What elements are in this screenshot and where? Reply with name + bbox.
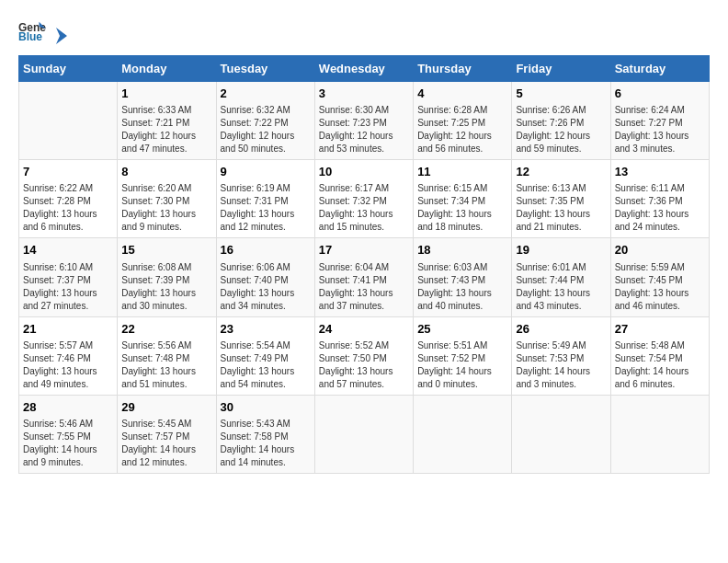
day-info: Sunrise: 5:51 AMSunset: 7:52 PMDaylight:… bbox=[417, 339, 507, 391]
calendar-week-row: 28Sunrise: 5:46 AMSunset: 7:55 PMDayligh… bbox=[19, 395, 710, 473]
calendar-cell: 11Sunrise: 6:15 AMSunset: 7:34 PMDayligh… bbox=[414, 160, 512, 238]
day-number: 9 bbox=[221, 164, 311, 180]
day-header-sunday: Sunday bbox=[19, 56, 118, 82]
day-number: 26 bbox=[516, 321, 606, 338]
svg-text:Blue: Blue bbox=[18, 30, 42, 43]
day-number: 10 bbox=[319, 164, 409, 180]
calendar-cell: 23Sunrise: 5:54 AMSunset: 7:49 PMDayligh… bbox=[216, 316, 314, 395]
calendar-cell: 20Sunrise: 5:59 AMSunset: 7:45 PMDayligh… bbox=[610, 238, 709, 316]
calendar-header-row: SundayMondayTuesdayWednesdayThursdayFrid… bbox=[19, 56, 710, 82]
calendar-cell: 6Sunrise: 6:24 AMSunset: 7:27 PMDaylight… bbox=[610, 82, 709, 160]
logo-arrow-icon bbox=[49, 26, 69, 46]
calendar-cell bbox=[512, 395, 610, 473]
calendar-cell bbox=[314, 395, 413, 473]
day-number: 24 bbox=[319, 321, 409, 338]
calendar-cell bbox=[414, 395, 512, 473]
day-number: 29 bbox=[121, 399, 211, 416]
day-info: Sunrise: 6:28 AMSunset: 7:25 PMDaylight:… bbox=[417, 104, 507, 155]
day-info: Sunrise: 5:52 AMSunset: 7:50 PMDaylight:… bbox=[319, 339, 409, 391]
day-number: 19 bbox=[516, 242, 606, 259]
day-number: 13 bbox=[615, 164, 705, 180]
day-info: Sunrise: 5:57 AMSunset: 7:46 PMDaylight:… bbox=[23, 339, 113, 391]
day-number: 3 bbox=[319, 86, 409, 102]
page-header: General Blue bbox=[18, 18, 710, 46]
day-info: Sunrise: 6:33 AMSunset: 7:21 PMDaylight:… bbox=[121, 104, 211, 155]
day-info: Sunrise: 6:22 AMSunset: 7:28 PMDaylight:… bbox=[23, 182, 113, 234]
day-number: 5 bbox=[516, 86, 606, 102]
day-number: 2 bbox=[221, 86, 311, 102]
calendar-table: SundayMondayTuesdayWednesdayThursdayFrid… bbox=[18, 55, 710, 474]
calendar-cell: 25Sunrise: 5:51 AMSunset: 7:52 PMDayligh… bbox=[414, 316, 512, 395]
calendar-cell: 28Sunrise: 5:46 AMSunset: 7:55 PMDayligh… bbox=[19, 395, 118, 473]
day-number: 7 bbox=[23, 164, 113, 180]
calendar-cell: 26Sunrise: 5:49 AMSunset: 7:53 PMDayligh… bbox=[512, 316, 610, 395]
day-number: 28 bbox=[23, 399, 113, 416]
day-info: Sunrise: 5:43 AMSunset: 7:58 PMDaylight:… bbox=[221, 418, 311, 469]
day-number: 4 bbox=[417, 86, 507, 102]
calendar-cell: 10Sunrise: 6:17 AMSunset: 7:32 PMDayligh… bbox=[314, 160, 413, 238]
calendar-cell: 21Sunrise: 5:57 AMSunset: 7:46 PMDayligh… bbox=[19, 316, 118, 395]
calendar-cell: 4Sunrise: 6:28 AMSunset: 7:25 PMDaylight… bbox=[414, 82, 512, 160]
day-info: Sunrise: 6:30 AMSunset: 7:23 PMDaylight:… bbox=[319, 104, 409, 155]
calendar-cell: 30Sunrise: 5:43 AMSunset: 7:58 PMDayligh… bbox=[216, 395, 314, 473]
day-header-saturday: Saturday bbox=[610, 56, 709, 82]
calendar-cell: 13Sunrise: 6:11 AMSunset: 7:36 PMDayligh… bbox=[610, 160, 709, 238]
calendar-cell: 9Sunrise: 6:19 AMSunset: 7:31 PMDaylight… bbox=[216, 160, 314, 238]
day-number: 30 bbox=[221, 399, 311, 416]
calendar-week-row: 1Sunrise: 6:33 AMSunset: 7:21 PMDaylight… bbox=[19, 82, 710, 160]
day-number: 25 bbox=[417, 321, 507, 338]
calendar-cell: 19Sunrise: 6:01 AMSunset: 7:44 PMDayligh… bbox=[512, 238, 610, 316]
calendar-cell bbox=[610, 395, 709, 473]
calendar-cell: 7Sunrise: 6:22 AMSunset: 7:28 PMDaylight… bbox=[19, 160, 118, 238]
day-number: 18 bbox=[417, 242, 507, 259]
day-info: Sunrise: 6:19 AMSunset: 7:31 PMDaylight:… bbox=[221, 182, 311, 234]
day-info: Sunrise: 6:26 AMSunset: 7:26 PMDaylight:… bbox=[516, 104, 606, 155]
day-number: 20 bbox=[615, 242, 705, 259]
calendar-cell: 17Sunrise: 6:04 AMSunset: 7:41 PMDayligh… bbox=[314, 238, 413, 316]
day-number: 14 bbox=[23, 242, 113, 259]
day-info: Sunrise: 6:08 AMSunset: 7:39 PMDaylight:… bbox=[121, 261, 211, 313]
day-number: 11 bbox=[417, 164, 507, 180]
calendar-cell: 8Sunrise: 6:20 AMSunset: 7:30 PMDaylight… bbox=[118, 160, 216, 238]
calendar-cell: 3Sunrise: 6:30 AMSunset: 7:23 PMDaylight… bbox=[314, 82, 413, 160]
day-info: Sunrise: 5:49 AMSunset: 7:53 PMDaylight:… bbox=[516, 339, 606, 391]
day-info: Sunrise: 6:24 AMSunset: 7:27 PMDaylight:… bbox=[615, 104, 705, 155]
day-number: 16 bbox=[221, 242, 311, 259]
calendar-cell: 18Sunrise: 6:03 AMSunset: 7:43 PMDayligh… bbox=[414, 238, 512, 316]
svg-marker-3 bbox=[56, 28, 67, 44]
day-header-thursday: Thursday bbox=[414, 56, 512, 82]
calendar-week-row: 21Sunrise: 5:57 AMSunset: 7:46 PMDayligh… bbox=[19, 316, 710, 395]
day-info: Sunrise: 6:13 AMSunset: 7:35 PMDaylight:… bbox=[516, 182, 606, 234]
day-info: Sunrise: 6:06 AMSunset: 7:40 PMDaylight:… bbox=[221, 261, 311, 313]
day-info: Sunrise: 6:11 AMSunset: 7:36 PMDaylight:… bbox=[615, 182, 705, 234]
calendar-cell: 5Sunrise: 6:26 AMSunset: 7:26 PMDaylight… bbox=[512, 82, 610, 160]
day-info: Sunrise: 6:20 AMSunset: 7:30 PMDaylight:… bbox=[121, 182, 211, 234]
day-header-friday: Friday bbox=[512, 56, 610, 82]
day-info: Sunrise: 5:45 AMSunset: 7:57 PMDaylight:… bbox=[121, 418, 211, 469]
calendar-cell: 2Sunrise: 6:32 AMSunset: 7:22 PMDaylight… bbox=[216, 82, 314, 160]
calendar-cell: 12Sunrise: 6:13 AMSunset: 7:35 PMDayligh… bbox=[512, 160, 610, 238]
calendar-cell: 14Sunrise: 6:10 AMSunset: 7:37 PMDayligh… bbox=[19, 238, 118, 316]
calendar-cell: 22Sunrise: 5:56 AMSunset: 7:48 PMDayligh… bbox=[118, 316, 216, 395]
day-info: Sunrise: 6:32 AMSunset: 7:22 PMDaylight:… bbox=[221, 104, 311, 155]
day-number: 15 bbox=[121, 242, 211, 259]
calendar-cell bbox=[19, 82, 118, 160]
day-info: Sunrise: 6:15 AMSunset: 7:34 PMDaylight:… bbox=[417, 182, 507, 234]
calendar-week-row: 7Sunrise: 6:22 AMSunset: 7:28 PMDaylight… bbox=[19, 160, 710, 238]
calendar-cell: 15Sunrise: 6:08 AMSunset: 7:39 PMDayligh… bbox=[118, 238, 216, 316]
day-number: 23 bbox=[221, 321, 311, 338]
day-info: Sunrise: 5:59 AMSunset: 7:45 PMDaylight:… bbox=[615, 261, 705, 313]
day-number: 22 bbox=[121, 321, 211, 338]
day-number: 12 bbox=[516, 164, 606, 180]
day-header-monday: Monday bbox=[118, 56, 216, 82]
calendar-cell: 1Sunrise: 6:33 AMSunset: 7:21 PMDaylight… bbox=[118, 82, 216, 160]
calendar-cell: 24Sunrise: 5:52 AMSunset: 7:50 PMDayligh… bbox=[314, 316, 413, 395]
day-info: Sunrise: 5:56 AMSunset: 7:48 PMDaylight:… bbox=[121, 339, 211, 391]
day-number: 6 bbox=[615, 86, 705, 102]
day-info: Sunrise: 5:46 AMSunset: 7:55 PMDaylight:… bbox=[23, 418, 113, 469]
day-number: 1 bbox=[121, 86, 211, 102]
day-info: Sunrise: 5:54 AMSunset: 7:49 PMDaylight:… bbox=[221, 339, 311, 391]
day-info: Sunrise: 6:10 AMSunset: 7:37 PMDaylight:… bbox=[23, 261, 113, 313]
day-number: 8 bbox=[121, 164, 211, 180]
calendar-cell: 16Sunrise: 6:06 AMSunset: 7:40 PMDayligh… bbox=[216, 238, 314, 316]
